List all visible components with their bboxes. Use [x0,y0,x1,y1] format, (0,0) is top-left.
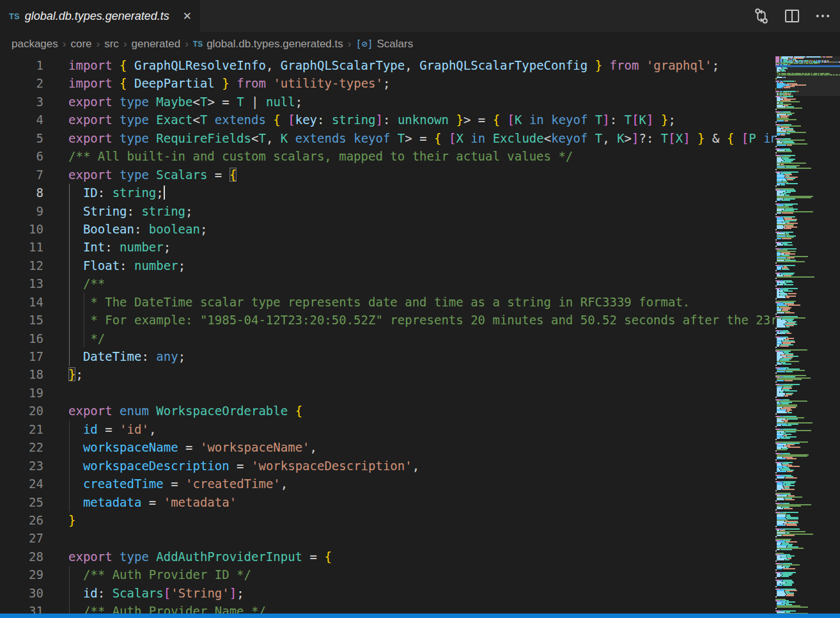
code-line[interactable]: 16 */ [0,329,775,347]
code-line[interactable]: 19 [0,384,775,402]
line-number[interactable]: 3 [0,93,43,111]
line-number[interactable]: 10 [0,220,43,238]
line-number[interactable]: 11 [0,238,43,256]
line-number[interactable]: 24 [0,475,43,493]
breadcrumb-item-scalars[interactable]: [⊘]Scalars [355,38,413,51]
code-text: /** All built-in and custom scalars, map… [68,147,573,165]
breadcrumb-item-packages[interactable]: packages [12,38,58,51]
code-line[interactable]: 18}; [0,365,775,383]
code-text: workspaceDescription = 'workspaceDescrip… [68,457,419,475]
code-line[interactable]: 12 Float: number; [0,257,775,274]
breadcrumb-label: src [104,38,119,51]
code-line[interactable]: 5export type RequireFields<T, K extends … [0,129,775,147]
code-text: import { GraphQLResolveInfo, GraphQLScal… [68,56,719,74]
breadcrumb-separator: › [348,38,352,51]
line-number[interactable]: 9 [0,202,43,220]
code-text: import { DeepPartial } from 'utility-typ… [68,74,390,92]
tab-bar: TS global.db.types.generated.ts ✕ [0,0,840,32]
code-text: createdTime = 'createdTime', [68,475,288,493]
code-line[interactable]: 2import { DeepPartial } from 'utility-ty… [0,74,775,92]
code-line[interactable]: 13 /** [0,274,775,292]
code-line[interactable]: 24 createdTime = 'createdTime', [0,475,775,493]
breadcrumb-label: Scalars [377,38,414,51]
code-line[interactable]: 29 /** Auth Provider ID */ [0,566,775,583]
code-line[interactable]: 30 id: Scalars['String']; [0,584,775,602]
line-number[interactable]: 30 [0,584,43,602]
breadcrumb-label: global.db.types.generated.ts [206,38,343,51]
minimap[interactable] [775,56,840,618]
line-number[interactable]: 20 [0,402,43,420]
text-cursor [164,186,165,200]
code-line[interactable]: 22 workspaceName = 'workspaceName', [0,438,775,456]
code-line[interactable]: 9 String: string; [0,202,775,220]
code-line[interactable]: 14 * The DateTime scalar type represents… [0,293,775,311]
minimap-current-line [775,65,840,67]
line-number[interactable]: 25 [0,493,43,511]
code-line[interactable]: 7export type Scalars = { [0,166,775,184]
code-text: export type Maybe<T> = T | null; [68,93,302,111]
line-number[interactable]: 1 [0,56,43,74]
code-text: * For example: "1985-04-12T23:20:50.52Z"… [68,311,775,329]
line-number[interactable]: 2 [0,74,43,92]
code-line[interactable]: 8 ID: string; [0,184,775,202]
line-number[interactable]: 29 [0,566,43,583]
line-number[interactable]: 26 [0,511,43,529]
line-number[interactable]: 12 [0,257,43,274]
code-line[interactable]: 10 Boolean: boolean; [0,220,775,238]
line-number[interactable]: 16 [0,329,43,347]
breadcrumb-item-generated[interactable]: generated [132,38,181,51]
code-line[interactable]: 11 Int: number; [0,238,775,256]
line-number[interactable]: 15 [0,311,43,329]
tab-title: global.db.types.generated.ts [25,10,169,23]
line-number[interactable]: 8 [0,184,43,202]
breadcrumb-item-global-db-types-generated-ts[interactable]: TSglobal.db.types.generated.ts [193,38,343,51]
code-text: export type Exact<T extends { [key: stri… [68,111,676,129]
breadcrumb-separator: › [97,38,100,51]
line-number[interactable]: 23 [0,457,43,475]
code-text: * The DateTime scalar type represents da… [68,293,690,311]
breadcrumb-label: generated [132,38,181,51]
code-editor[interactable]: 1import { GraphQLResolveInfo, GraphQLSca… [0,56,775,618]
code-line[interactable]: 20export enum WorkspaceOrderable { [0,402,775,420]
code-line[interactable]: 17 DateTime: any; [0,347,775,365]
editor-actions [753,0,831,32]
line-number[interactable]: 19 [0,384,43,402]
code-line[interactable]: 21 id = 'id', [0,420,775,438]
code-line[interactable]: 27 [0,529,775,547]
breadcrumb-separator: › [63,38,66,51]
code-line[interactable]: 15 * For example: "1985-04-12T23:20:50.5… [0,311,775,329]
line-number[interactable]: 22 [0,438,43,456]
code-text: Int: number; [68,238,171,256]
code-line[interactable]: 6/** All built-in and custom scalars, ma… [0,147,775,165]
line-number[interactable]: 27 [0,529,43,547]
code-text: id = 'id', [68,420,156,438]
code-text: export type RequireFields<T, K extends k… [68,129,775,147]
line-number[interactable]: 28 [0,548,43,566]
line-number[interactable]: 5 [0,129,43,147]
breadcrumb: packages›core›src›generated›TSglobal.db.… [0,32,840,56]
more-actions-icon[interactable] [814,8,831,24]
split-editor-icon[interactable] [784,8,800,24]
code-line[interactable]: 23 workspaceDescription = 'workspaceDesc… [0,457,775,475]
breadcrumb-item-src[interactable]: src [104,38,119,51]
line-number[interactable]: 4 [0,111,43,129]
code-line[interactable]: 1import { GraphQLResolveInfo, GraphQLSca… [0,56,775,74]
close-tab-icon[interactable]: ✕ [181,9,194,24]
code-line[interactable]: 4export type Exact<T extends { [key: str… [0,111,775,129]
code-line[interactable]: 26} [0,511,775,529]
open-changes-icon[interactable] [753,8,770,24]
line-number[interactable]: 18 [0,365,43,383]
breadcrumb-separator: › [185,38,189,51]
code-line[interactable]: 28export type AddAuthProviderInput = { [0,548,775,566]
line-number[interactable]: 17 [0,347,43,365]
line-number[interactable]: 13 [0,274,43,292]
vscode-editor-window: TS global.db.types.generated.ts ✕ [0,0,840,618]
line-number[interactable]: 6 [0,147,43,165]
code-line[interactable]: 3export type Maybe<T> = T | null; [0,93,775,111]
line-number[interactable]: 14 [0,293,43,311]
line-number[interactable]: 7 [0,166,43,184]
tab-global-db-types-generated-ts[interactable]: TS global.db.types.generated.ts ✕ [0,0,200,32]
code-line[interactable]: 25 metadata = 'metadata' [0,493,775,511]
breadcrumb-item-core[interactable]: core [70,38,91,51]
line-number[interactable]: 21 [0,420,43,438]
